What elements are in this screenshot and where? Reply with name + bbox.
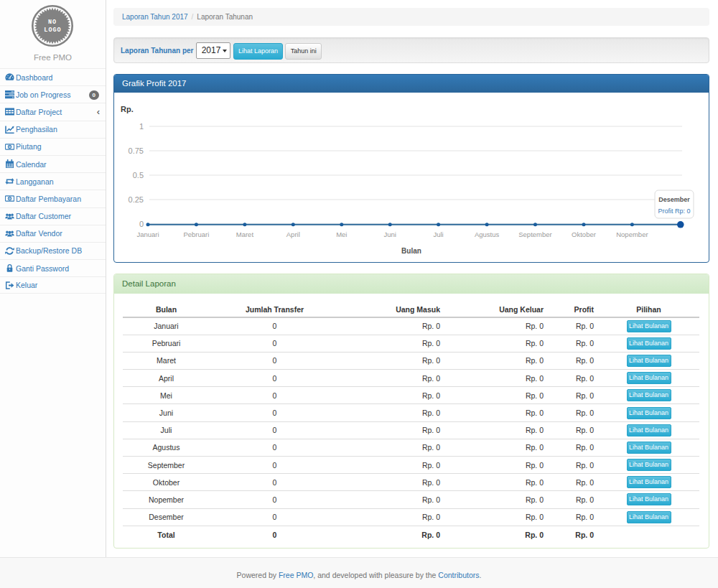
svg-text:September: September [518, 230, 551, 238]
svg-text:Januari: Januari [136, 230, 159, 238]
svg-text:0.25: 0.25 [129, 195, 144, 204]
svg-text:Maret: Maret [236, 230, 254, 238]
svg-text:Pebruari: Pebruari [183, 230, 209, 238]
svg-text:Mei: Mei [336, 230, 347, 238]
svg-text:1: 1 [139, 122, 144, 131]
svg-text:Desember: Desember [658, 196, 690, 203]
svg-text:Agustus: Agustus [475, 230, 500, 238]
svg-text:Nopember: Nopember [616, 230, 648, 238]
svg-text:0.5: 0.5 [133, 171, 144, 179]
svg-text:Bulan: Bulan [401, 247, 421, 255]
svg-text:Juni: Juni [383, 230, 396, 238]
svg-text:Oktober: Oktober [572, 230, 596, 238]
svg-text:Profit Rp: 0: Profit Rp: 0 [658, 207, 690, 215]
svg-text:April: April [286, 230, 300, 238]
svg-text:Rp.: Rp. [121, 105, 134, 113]
svg-text:0: 0 [139, 220, 144, 228]
svg-text:NO: NO [48, 19, 57, 26]
svg-text:0.75: 0.75 [129, 146, 144, 155]
svg-text:LOGO: LOGO [44, 27, 61, 34]
svg-text:Juli: Juli [433, 230, 443, 238]
